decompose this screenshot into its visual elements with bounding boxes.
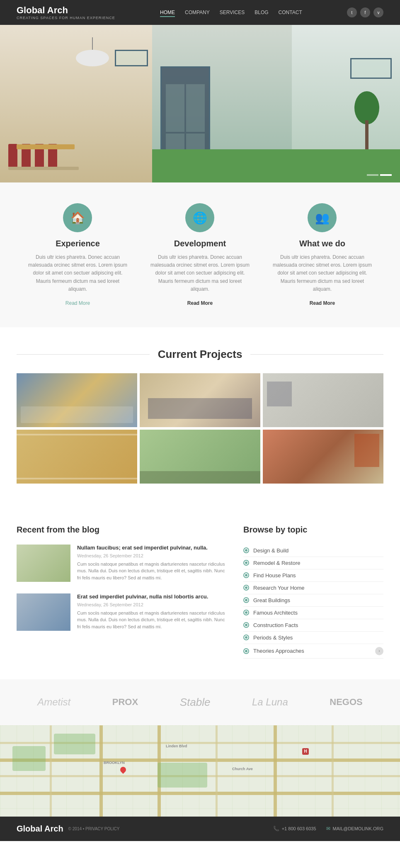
- hero-right-panel: [292, 25, 400, 182]
- development-read-more[interactable]: Read More: [187, 300, 213, 306]
- nav-services[interactable]: SERVICES: [220, 8, 245, 17]
- project-item-1[interactable]: [17, 373, 137, 427]
- browse-label-2: Remodel & Restore: [253, 560, 300, 566]
- vimeo-icon[interactable]: v: [373, 7, 383, 17]
- footer-left: Global Arch © 2014 • PRIVACY POLICY: [17, 824, 120, 834]
- browse-item-construction[interactable]: Construction Facts: [243, 619, 383, 632]
- title-line-right: [250, 354, 383, 355]
- browse-bullet-3: [243, 572, 249, 578]
- browse-item-remodel[interactable]: Remodel & Restore: [243, 557, 383, 569]
- map-hospital-marker: H: [302, 748, 309, 755]
- blog-post-1-excerpt: Cum sociis natoque penatibus et magnis d…: [77, 561, 227, 581]
- browse-label-9: Theories Approaches: [253, 648, 304, 654]
- development-text: Duis ultr icies pharetra. Donec accuan m…: [149, 253, 252, 293]
- nav-contact[interactable]: CONTACT: [279, 8, 302, 17]
- projects-section: Current Projects: [0, 327, 400, 504]
- project-item-6[interactable]: [263, 430, 383, 484]
- browse-label-5: Great Buildings: [253, 597, 290, 603]
- partner-prox: PROX: [112, 697, 138, 708]
- facebook-icon[interactable]: f: [360, 7, 370, 17]
- browse-label-8: Periods & Styles: [253, 635, 293, 641]
- map-label-linden: Linden Blvd: [166, 744, 187, 748]
- blog-title: Recent from the blog: [17, 525, 227, 535]
- browse-item-periods[interactable]: Periods & Styles: [243, 632, 383, 644]
- browse-bullet-1: [243, 547, 249, 553]
- project-item-2[interactable]: [140, 373, 260, 427]
- experience-title: Experience: [27, 239, 129, 248]
- blog-post-1-title[interactable]: Nullam faucibus; erat sed imperdiet pulv…: [77, 545, 227, 552]
- nav-home[interactable]: HOME: [160, 8, 175, 17]
- browse-label-4: Research Your Home: [253, 585, 305, 591]
- hero-lamp: [76, 37, 109, 58]
- browse-bullet-7: [243, 622, 249, 628]
- project-grid: [17, 373, 383, 484]
- blog-post-2-image[interactable]: [17, 593, 70, 631]
- partner-ametist: Ametist: [37, 696, 70, 708]
- browse-label-7: Construction Facts: [253, 622, 298, 628]
- blog-section: Recent from the blog Nullam faucibus; er…: [17, 525, 227, 659]
- twitter-icon[interactable]: t: [347, 7, 357, 17]
- experience-text: Duis ultr icies pharetra. Donec accuan m…: [27, 253, 129, 293]
- map-label-church: Church Ave: [232, 767, 253, 771]
- map-label-brooklyn: BROOKLYN: [104, 761, 125, 765]
- blog-post-2-excerpt: Cum sociis natoque penatibus et magnis d…: [77, 610, 227, 630]
- email-icon: ✉: [326, 826, 330, 832]
- whatwedo-icon: 👥: [308, 203, 337, 232]
- hero-center-panel: [152, 25, 292, 182]
- browse-item-famous-architects[interactable]: Famous Architects: [243, 607, 383, 619]
- footer-copy: © 2014 • PRIVACY POLICY: [68, 827, 120, 831]
- browse-label-3: Find House Plans: [253, 572, 296, 579]
- projects-title: Current Projects: [150, 348, 251, 361]
- map-background: BROOKLYN Linden Blvd Church Ave H: [0, 725, 400, 817]
- features-section: 🏠 Experience Duis ultr icies pharetra. D…: [0, 182, 400, 327]
- footer-email-address: MAIL@DEMOLINK.ORG: [333, 826, 383, 831]
- browse-item-design-build[interactable]: Design & Build: [243, 545, 383, 557]
- experience-icon: 🏠: [63, 203, 92, 232]
- map-pin: [120, 767, 126, 773]
- project-item-4[interactable]: [17, 430, 137, 484]
- footer-contact: 📞 +1 800 603 6035 ✉ MAIL@DEMOLINK.ORG: [273, 826, 383, 832]
- browse-item-research[interactable]: Research Your Home: [243, 582, 383, 594]
- browse-list: Design & Build Remodel & Restore Find Ho…: [243, 545, 383, 659]
- blog-post-1-image[interactable]: [17, 545, 70, 582]
- feature-experience: 🏠 Experience Duis ultr icies pharetra. D…: [27, 203, 129, 306]
- footer-phone: 📞 +1 800 603 6035: [273, 826, 316, 832]
- nav-blog[interactable]: BLOG: [255, 8, 268, 17]
- feature-whatwedo: 👥 What we do Duis ultr icies pharetra. D…: [271, 203, 374, 306]
- browse-item-great-buildings[interactable]: Great Buildings: [243, 594, 383, 607]
- feature-development: 🌐 Development Duis ultr icies pharetra. …: [149, 203, 252, 306]
- browse-bullet-6: [243, 610, 249, 615]
- browse-bullet-9: [243, 648, 249, 654]
- browse-label-6: Famous Architects: [253, 610, 298, 616]
- footer-phone-number: +1 800 603 6035: [282, 826, 316, 831]
- blog-post-1-date: Wednesday, 26 September 2012: [77, 553, 227, 558]
- browse-arrow[interactable]: ›: [375, 647, 383, 655]
- phone-icon: 📞: [273, 826, 279, 832]
- browse-item-find-house[interactable]: Find House Plans: [243, 569, 383, 582]
- project-item-3[interactable]: [263, 373, 383, 427]
- nav-company[interactable]: COMPANY: [185, 8, 210, 17]
- blog-post-2: Erat sed imperdiet pulvinar, nulla nisl …: [17, 593, 227, 631]
- browse-title: Browse by topic: [243, 525, 383, 535]
- footer: Global Arch © 2014 • PRIVACY POLICY 📞 +1…: [0, 817, 400, 841]
- development-icon: 🌐: [185, 203, 214, 232]
- social-icons: t f v: [347, 7, 383, 17]
- footer-logo: Global Arch: [17, 824, 63, 834]
- project-item-5[interactable]: [140, 430, 260, 484]
- browse-section: Browse by topic Design & Build Remodel &…: [243, 525, 383, 659]
- partner-negos: NEGOS: [330, 697, 362, 708]
- experience-read-more[interactable]: Read More: [65, 300, 90, 306]
- footer-email: ✉ MAIL@DEMOLINK.ORG: [326, 826, 383, 832]
- hero-slider-dots[interactable]: [367, 174, 392, 176]
- title-line-left: [17, 354, 150, 355]
- hero-window: [350, 58, 392, 79]
- blog-post-2-title[interactable]: Erat sed imperdiet pulvinar, nulla nisl …: [77, 593, 227, 601]
- partner-laluna: La Luna: [252, 696, 288, 708]
- whatwedo-read-more[interactable]: Read More: [310, 300, 335, 306]
- map-section: BROOKLYN Linden Blvd Church Ave H: [0, 725, 400, 817]
- browse-item-theories[interactable]: Theories Approaches ›: [243, 644, 383, 659]
- partners-section: Ametist PROX Stable La Luna NEGOS: [0, 679, 400, 725]
- blog-post-1: Nullam faucibus; erat sed imperdiet pulv…: [17, 545, 227, 582]
- browse-bullet-2: [243, 560, 249, 566]
- partner-stable: Stable: [180, 696, 211, 709]
